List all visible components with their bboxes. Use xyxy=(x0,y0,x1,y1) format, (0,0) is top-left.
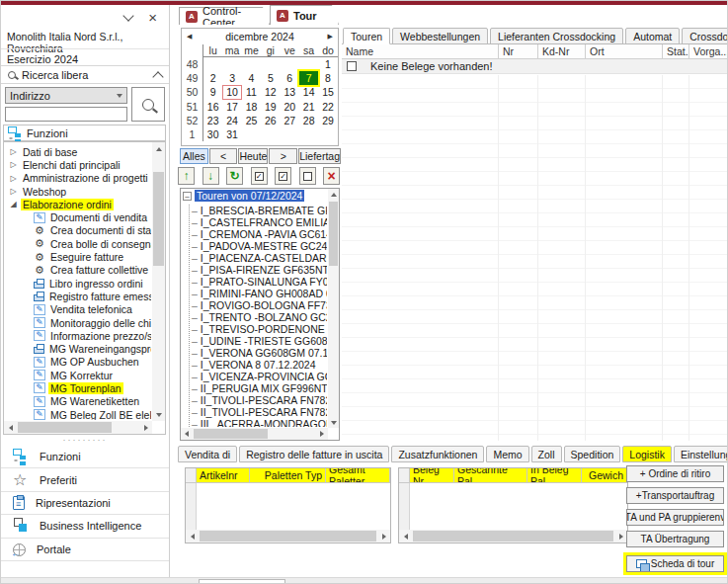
category-tab[interactable]: Touren xyxy=(343,28,390,44)
collapse-panel-icon[interactable] xyxy=(123,10,134,21)
scroll-left-arrow[interactable] xyxy=(4,421,17,434)
expand-arrow-icon[interactable]: ▷ xyxy=(9,160,18,169)
tour-list-item[interactable]: II_PERUGIA MIX GF996NT 07.12 xyxy=(190,382,327,394)
calendar-day[interactable]: 9 xyxy=(203,85,222,99)
sidebar-tree-item[interactable]: Eseguire fatture xyxy=(6,250,151,263)
toolbar-button[interactable] xyxy=(299,167,316,185)
calendar-day[interactable] xyxy=(299,127,318,141)
column-header[interactable]: Vorga... xyxy=(689,44,728,58)
calendar-day[interactable] xyxy=(242,57,261,71)
action-button[interactable]: + Ordine di ritiro xyxy=(626,465,724,482)
scrollbar-thumb[interactable] xyxy=(200,531,376,542)
column-header[interactable]: Gescannte Pal. xyxy=(454,468,527,482)
sidebar-tree-item[interactable]: ▷ Dati di base xyxy=(6,145,151,158)
detail-tab[interactable]: Spedition xyxy=(564,446,621,462)
expand-arrow-icon[interactable]: ▷ xyxy=(9,147,18,156)
action-button[interactable]: TA Übertragung xyxy=(626,531,724,547)
detail-tab[interactable]: Memo xyxy=(486,446,528,462)
category-tab[interactable]: Lieferanten Crossdocking xyxy=(490,28,623,44)
empty-documents-row[interactable]: Keine Belege vorhanden! xyxy=(342,59,728,74)
toolbar-button[interactable]: ↑ xyxy=(178,167,195,185)
calendar-day[interactable]: 19 xyxy=(261,100,280,114)
scrollbar-thumb[interactable] xyxy=(18,422,112,433)
sidebar-tree-item[interactable]: Registro fatture emesse xyxy=(6,290,151,302)
date-range-button[interactable]: < xyxy=(209,148,238,164)
scroll-up-arrow[interactable] xyxy=(152,142,165,155)
calendar-day[interactable] xyxy=(242,127,261,141)
tour-horizontal-scrollbar[interactable] xyxy=(181,428,328,440)
tour-list-item[interactable]: I_CASTELFRANCO EMILIA VERO xyxy=(190,216,327,228)
category-tab[interactable]: Automat xyxy=(625,28,680,44)
tour-list-item[interactable]: I_PISA-FIRENZE GF635NT 07.12 xyxy=(190,264,327,276)
calendar-day[interactable]: 16 xyxy=(203,100,222,114)
sidebar-tree-item[interactable]: MG Beleg Zoll BE elektronisch xyxy=(6,408,151,420)
column-header[interactable]: Gesamt Paletter xyxy=(326,468,390,482)
calendar-day[interactable]: 3 xyxy=(222,71,241,85)
sidebar-tree-item[interactable]: ▷ Webshop xyxy=(6,185,151,198)
calendar-day[interactable]: 25 xyxy=(242,114,261,127)
detail-tab[interactable]: Einstellungen xyxy=(674,446,728,462)
sidebar-tree-item[interactable]: Libro ingresso ordini xyxy=(6,277,151,290)
calendar-day[interactable]: 12 xyxy=(261,85,280,99)
calendar-day[interactable] xyxy=(299,57,318,71)
tour-list-item[interactable]: I_PADOVA-MESTRE GC241VW xyxy=(190,240,327,252)
scrollbar-thumb[interactable] xyxy=(329,202,338,266)
scroll-down-arrow[interactable] xyxy=(152,408,165,421)
calendar-day[interactable] xyxy=(203,57,222,71)
calendar-day[interactable]: 6 xyxy=(281,71,299,85)
calendar-day[interactable] xyxy=(318,127,337,141)
tour-list-item[interactable]: III_ ACERRA-MONDRAGONE 07. xyxy=(190,418,327,427)
sidebar-tree-item[interactable]: ◢ Elaborazione ordini xyxy=(6,198,151,210)
sidebar-tree-item[interactable]: Documenti di vendita xyxy=(6,210,151,223)
calendar-day[interactable]: 20 xyxy=(281,100,299,114)
address-type-select[interactable]: Indirizzo xyxy=(5,87,127,104)
calendar-day[interactable]: 1 xyxy=(318,57,337,71)
sidebar-tree-item[interactable]: Monitoraggio delle chiamate xyxy=(6,316,151,329)
scrollbar-thumb[interactable] xyxy=(153,172,164,266)
calendar-day[interactable] xyxy=(261,127,280,141)
tour-list-item[interactable]: I_VERONA GG608GM 07.12.202 xyxy=(190,347,327,359)
scroll-right-arrow[interactable] xyxy=(377,530,390,542)
scroll-down-arrow[interactable] xyxy=(328,417,339,428)
beleg-table-scrollbar[interactable] xyxy=(399,530,627,542)
free-search-input[interactable] xyxy=(5,107,127,122)
toolbar-button[interactable]: ✓ xyxy=(251,167,268,185)
calendar-day[interactable]: 21 xyxy=(299,100,318,114)
calendar-day[interactable]: 31 xyxy=(222,127,241,141)
panel-splitter-handle[interactable]: ········· xyxy=(1,437,169,446)
tour-list-item[interactable]: I_PIACENZA-CASTELDARIO FT5 xyxy=(190,252,327,264)
calendar-day[interactable]: 23 xyxy=(203,114,222,127)
action-button[interactable]: Scheda di tour xyxy=(626,555,724,572)
detail-tab[interactable]: Zusatzfunktionen xyxy=(391,446,484,462)
category-tab[interactable]: Crossdocking xyxy=(682,28,728,44)
sidebar-tree-item[interactable]: Crea fatture collettive xyxy=(6,264,151,277)
calendar-day[interactable] xyxy=(261,57,280,71)
tab-tour[interactable]: Tour xyxy=(270,5,339,25)
calendar-day[interactable]: 24 xyxy=(222,114,241,127)
date-range-button[interactable]: > xyxy=(269,148,297,164)
tour-tree-root[interactable]: Touren von 07/12/2024 xyxy=(181,189,339,203)
calendar-day[interactable]: 26 xyxy=(261,114,280,127)
calendar-day[interactable]: 4 xyxy=(242,71,261,85)
sidebar-nav-item[interactable]: Funzioni xyxy=(1,446,169,468)
sidebar-tree-item[interactable]: MG Tourenplan xyxy=(6,381,151,394)
category-tab[interactable]: Webbestellungen xyxy=(392,28,488,44)
calendar-day[interactable]: 27 xyxy=(281,114,299,127)
tour-list-item[interactable]: I_VERONA 8 07.12.2024 xyxy=(190,359,327,371)
next-month-icon[interactable]: ▶ xyxy=(328,33,333,41)
sidebar-tree-item[interactable]: Crea documenti di stampa unione xyxy=(6,224,151,237)
tour-list-item[interactable]: I_RIMINI-FANO GH008AD 07.12. xyxy=(190,288,327,299)
column-header[interactable]: Kd-Nr xyxy=(538,44,586,58)
scroll-right-arrow[interactable] xyxy=(316,428,328,440)
calendar-day[interactable]: 28 xyxy=(299,114,318,127)
column-header[interactable]: Artikelnr xyxy=(197,468,250,482)
toolbar-button[interactable]: ↻ xyxy=(226,167,243,185)
close-panel-icon[interactable]: × xyxy=(148,13,157,23)
detail-tab[interactable]: Vendita di xyxy=(178,446,237,462)
date-range-button[interactable]: Alles xyxy=(180,148,208,164)
calendar-day[interactable]: 10 xyxy=(222,85,241,99)
calendar-day[interactable]: 29 xyxy=(318,114,337,127)
tour-list-item[interactable]: I_BRESCIA-BREMBATE GH253A xyxy=(190,205,327,216)
expand-arrow-icon[interactable]: ◢ xyxy=(9,200,18,209)
calendar-day[interactable]: 14 xyxy=(299,85,318,99)
